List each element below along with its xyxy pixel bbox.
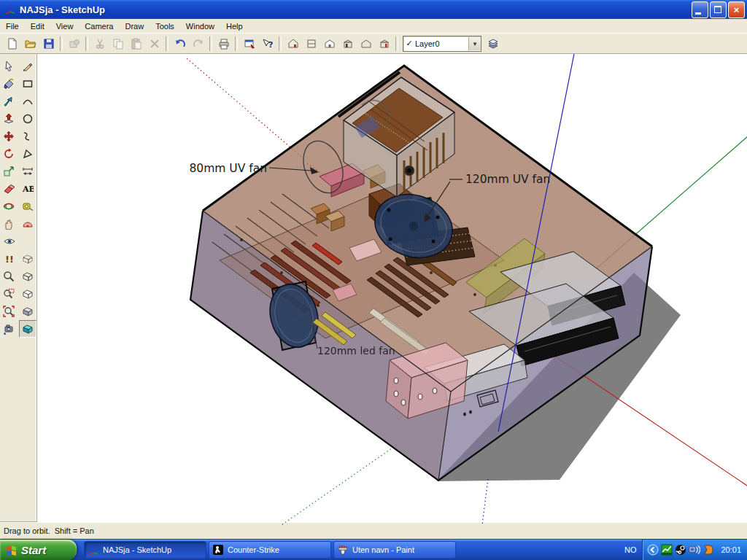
move-tool[interactable] <box>0 128 18 145</box>
polygon-tool[interactable] <box>19 145 37 163</box>
title-bar: NAJSja - SketchUp × <box>0 0 747 19</box>
right-view-button[interactable] <box>338 35 357 52</box>
move-icon <box>3 131 15 142</box>
back-view-button[interactable] <box>357 35 375 52</box>
label-fan120led[interactable]: 120mm led fan <box>317 345 395 357</box>
label-fan80[interactable]: 80mm UV fan <box>189 162 267 175</box>
scale-tool[interactable] <box>0 163 18 180</box>
zoom-tool[interactable] <box>0 268 18 285</box>
make-component-button[interactable] <box>65 35 83 52</box>
model-canvas[interactable]: 80mm UV fan 120mm UV fan 120mm led fan <box>37 54 747 525</box>
print-button[interactable] <box>214 35 233 52</box>
menu-help[interactable]: Help <box>220 20 249 32</box>
rotate-tool[interactable] <box>0 145 18 163</box>
text-tool[interactable]: AB <box>19 180 37 198</box>
layer-check-icon: ✓ <box>403 39 415 48</box>
undo-button[interactable] <box>171 35 189 52</box>
xray-style-icon <box>22 253 34 265</box>
steam-icon[interactable] <box>675 544 686 556</box>
dimension-tool[interactable] <box>19 163 37 180</box>
status-text: Drag to orbit. Shift = Pan <box>4 526 94 535</box>
zoom-extents-tool[interactable] <box>0 303 18 320</box>
taskbar-item-paint[interactable]: Uten navn - Paint <box>333 541 456 559</box>
layer-combo-value: Layer0 <box>415 39 468 48</box>
model-info-icon <box>244 38 255 50</box>
paste-button[interactable] <box>127 35 145 52</box>
protractor-icon <box>22 218 34 230</box>
label-fan120uv[interactable]: 120mm UV fan <box>465 173 550 186</box>
xray-style-button[interactable] <box>19 250 37 268</box>
tray-chevron-icon[interactable] <box>647 544 659 556</box>
circle-tool[interactable] <box>19 110 37 128</box>
cut-button[interactable] <box>90 35 109 52</box>
shaded-style-button[interactable] <box>19 303 37 320</box>
wireframe-style-button[interactable] <box>19 268 37 285</box>
menu-view[interactable]: View <box>50 20 80 32</box>
shaded-textures-style-icon <box>22 323 34 335</box>
drawing-canvas[interactable]: 80mm UV fan 120mm UV fan 120mm led fan <box>37 54 747 522</box>
pan-tool[interactable] <box>0 215 18 233</box>
eraser-tool[interactable] <box>0 180 18 198</box>
restore-icon <box>714 6 721 13</box>
protractor-tool[interactable] <box>19 215 37 233</box>
look-around-tool[interactable] <box>1 233 19 250</box>
previous-view-tool[interactable] <box>0 320 18 338</box>
front-view-button[interactable] <box>320 35 338 52</box>
menu-window[interactable]: Window <box>180 20 220 32</box>
daemon-tools-icon[interactable] <box>703 544 714 556</box>
menu-file[interactable]: File <box>0 20 25 32</box>
network-graph-icon[interactable] <box>661 544 673 556</box>
minimize-button[interactable] <box>692 1 708 18</box>
redo-button[interactable] <box>189 35 207 52</box>
new-button[interactable] <box>3 35 21 52</box>
standard-toolbar: ? ✓ Layer0 ▾ <box>0 33 747 54</box>
freehand-tool[interactable] <box>19 128 37 145</box>
rectangle-tool[interactable] <box>19 75 37 93</box>
layer-combo[interactable]: ✓ Layer0 ▾ <box>403 36 481 52</box>
sketchup-app-icon[interactable] <box>4 3 18 16</box>
menu-draw[interactable]: Draw <box>119 20 150 32</box>
restore-button[interactable] <box>710 1 727 18</box>
zoom-icon <box>3 271 15 282</box>
tape-measure-tool[interactable] <box>19 198 37 215</box>
orbit-tool[interactable] <box>0 198 18 215</box>
hidden-line-style-button[interactable] <box>19 285 37 303</box>
top-view-button[interactable] <box>302 35 320 52</box>
paint-bucket-tool[interactable] <box>0 75 18 93</box>
toolbar-separator <box>85 36 88 51</box>
push-pull-tool[interactable] <box>0 110 18 128</box>
erase-button[interactable] <box>145 35 163 52</box>
open-button[interactable] <box>21 35 39 52</box>
model-info-button[interactable] <box>240 35 258 52</box>
shaded-textures-style-button[interactable] <box>19 320 37 338</box>
taskbar-item-sketchup[interactable]: NAJSja - SketchUp <box>84 541 206 559</box>
zoom-window-tool[interactable] <box>0 285 18 303</box>
system-tray: 20:01 <box>642 540 747 560</box>
copy-icon <box>112 38 124 50</box>
pan-icon <box>3 218 15 230</box>
arc-tool[interactable] <box>19 93 37 110</box>
taskbar-item-label: Uten navn - Paint <box>352 545 414 554</box>
select-tool[interactable] <box>0 58 18 75</box>
taskbar-clock[interactable]: 20:01 <box>721 545 741 554</box>
context-help-button[interactable]: ? <box>258 35 276 52</box>
keyboard-language-indicator[interactable]: NO <box>624 545 637 554</box>
save-button[interactable] <box>39 35 58 52</box>
start-button[interactable]: Start <box>0 540 77 560</box>
iso-view-button[interactable] <box>284 35 302 52</box>
line-tool[interactable] <box>19 58 37 75</box>
left-view-button[interactable] <box>375 35 393 52</box>
taskbar-item-counter-strike[interactable]: Counter-Strike <box>209 541 331 559</box>
eraser-icon <box>3 183 15 195</box>
follow-me-tool[interactable] <box>0 93 18 110</box>
layer-manager-button[interactable] <box>484 35 502 52</box>
menu-camera[interactable]: Camera <box>79 20 119 32</box>
layer-combo-dropdown[interactable]: ▾ <box>468 37 481 50</box>
wireless-icon[interactable] <box>689 544 700 556</box>
close-button[interactable]: × <box>728 1 745 18</box>
menu-tools[interactable]: Tools <box>150 20 180 32</box>
menu-edit[interactable]: Edit <box>25 20 50 32</box>
copy-button[interactable] <box>109 35 127 52</box>
walk-tool[interactable]: !! <box>0 250 18 268</box>
shaded-style-icon <box>22 306 34 317</box>
